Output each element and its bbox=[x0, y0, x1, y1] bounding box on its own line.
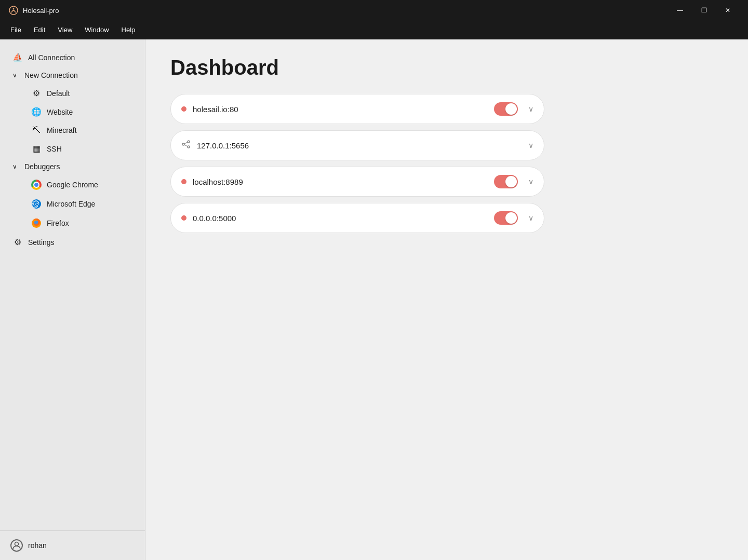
svg-line-9 bbox=[184, 142, 188, 144]
sidebar-item-minecraft[interactable]: ⛏ Minecraft bbox=[4, 121, 141, 139]
menu-view[interactable]: View bbox=[51, 24, 78, 36]
menu-file[interactable]: File bbox=[4, 24, 28, 36]
sidebar-user[interactable]: rohan bbox=[0, 530, 145, 560]
firefox-label: Firefox bbox=[47, 219, 69, 227]
sidebar-nav: ⛵ All Connection ∨ New Connection ⚙ Defa… bbox=[0, 39, 145, 530]
sidebar-item-debuggers[interactable]: ∨ Debuggers bbox=[4, 158, 141, 175]
svg-point-6 bbox=[188, 141, 190, 143]
main-content: Dashboard holesail.io:80 ∨ bbox=[145, 39, 748, 560]
connection-status-dot-3 bbox=[181, 179, 186, 184]
minecraft-label: Minecraft bbox=[47, 126, 77, 134]
chevron-down-icon-2: ∨ bbox=[12, 163, 17, 170]
connection-status-dot-1 bbox=[181, 106, 186, 112]
firefox-icon bbox=[31, 218, 42, 228]
connection-card-1[interactable]: holesail.io:80 ∨ bbox=[170, 94, 544, 124]
svg-point-8 bbox=[188, 146, 190, 148]
toggle-knob-4 bbox=[505, 212, 517, 224]
chrome-label: Google Chrome bbox=[47, 181, 98, 189]
chevron-icon-3[interactable]: ∨ bbox=[528, 177, 533, 186]
connection-toggle-4[interactable] bbox=[494, 211, 518, 225]
svg-point-1 bbox=[13, 8, 15, 10]
menu-bar: File Edit View Window Help bbox=[0, 21, 748, 39]
app-title: Holesail-pro bbox=[23, 7, 59, 15]
boat-icon: ⛵ bbox=[12, 52, 23, 62]
sidebar-item-firefox[interactable]: Firefox bbox=[4, 214, 141, 233]
menu-help[interactable]: Help bbox=[115, 24, 142, 36]
connection-label-2: 127.0.0.1:5656 bbox=[197, 141, 518, 150]
user-name: rohan bbox=[28, 541, 47, 550]
window-controls: — ❐ ✕ bbox=[668, 2, 740, 19]
sidebar-item-all-connection[interactable]: ⛵ All Connection bbox=[4, 48, 141, 66]
svg-point-7 bbox=[182, 143, 184, 145]
chevron-icon-4[interactable]: ∨ bbox=[528, 214, 533, 222]
connection-status-dot-4 bbox=[181, 215, 186, 221]
menu-window[interactable]: Window bbox=[78, 24, 115, 36]
edge-icon bbox=[31, 199, 42, 209]
globe-icon: 🌐 bbox=[31, 107, 42, 117]
chevron-icon-1[interactable]: ∨ bbox=[528, 105, 533, 113]
menu-edit[interactable]: Edit bbox=[28, 24, 51, 36]
minimize-button[interactable]: — bbox=[668, 2, 692, 19]
connection-label-4: 0.0.0.0:5000 bbox=[193, 214, 488, 223]
maximize-button[interactable]: ❐ bbox=[692, 2, 716, 19]
svg-point-5 bbox=[15, 542, 19, 546]
website-label: Website bbox=[47, 108, 73, 116]
connection-label-1: holesail.io:80 bbox=[193, 105, 488, 114]
sidebar-item-new-connection[interactable]: ∨ New Connection bbox=[4, 67, 141, 84]
new-connection-label: New Connection bbox=[24, 71, 78, 79]
connection-toggle-1[interactable] bbox=[494, 102, 518, 116]
sidebar-item-default[interactable]: ⚙ Default bbox=[4, 84, 141, 102]
debuggers-label: Debuggers bbox=[24, 162, 60, 171]
connection-card-2[interactable]: 127.0.0.1:5656 ∨ bbox=[170, 130, 544, 160]
sidebar-item-settings[interactable]: ⚙ Settings bbox=[4, 233, 141, 251]
chevron-down-icon: ∨ bbox=[12, 72, 17, 79]
app-logo-icon bbox=[8, 5, 19, 16]
connection-card-4[interactable]: 0.0.0.0:5000 ∨ bbox=[170, 203, 544, 233]
page-title: Dashboard bbox=[170, 56, 723, 79]
chevron-icon-2[interactable]: ∨ bbox=[528, 141, 533, 149]
ssh-label: SSH bbox=[47, 145, 62, 153]
title-bar-left: Holesail-pro bbox=[8, 5, 59, 16]
title-bar: Holesail-pro — ❐ ✕ bbox=[0, 0, 748, 21]
connection-label-3: localhost:8989 bbox=[193, 177, 488, 186]
user-avatar bbox=[10, 539, 23, 552]
share-icon-2 bbox=[181, 140, 191, 151]
toggle-knob-1 bbox=[505, 103, 517, 115]
svg-line-10 bbox=[184, 145, 188, 146]
all-connection-label: All Connection bbox=[28, 53, 75, 62]
connection-toggle-3[interactable] bbox=[494, 175, 518, 188]
sidebar-item-website[interactable]: 🌐 Website bbox=[4, 103, 141, 121]
terminal-icon: ▦ bbox=[31, 144, 42, 154]
toggle-knob-3 bbox=[505, 176, 517, 187]
sidebar: ⛵ All Connection ∨ New Connection ⚙ Defa… bbox=[0, 39, 145, 560]
edge-label: Microsoft Edge bbox=[47, 200, 95, 208]
sidebar-item-chrome[interactable]: Google Chrome bbox=[4, 175, 141, 194]
settings-label: Settings bbox=[28, 238, 55, 247]
settings-gear-icon: ⚙ bbox=[12, 237, 23, 247]
default-label: Default bbox=[47, 89, 70, 98]
connection-list: holesail.io:80 ∨ 127.0.0.1:5 bbox=[170, 94, 544, 233]
gear-icon: ⚙ bbox=[31, 88, 42, 98]
pickaxe-icon: ⛏ bbox=[31, 126, 42, 135]
chrome-icon bbox=[31, 180, 42, 190]
sidebar-item-edge[interactable]: Microsoft Edge bbox=[4, 195, 141, 213]
sidebar-item-ssh[interactable]: ▦ SSH bbox=[4, 140, 141, 158]
app-body: ⛵ All Connection ∨ New Connection ⚙ Defa… bbox=[0, 39, 748, 560]
connection-card-3[interactable]: localhost:8989 ∨ bbox=[170, 167, 544, 197]
close-button[interactable]: ✕ bbox=[716, 2, 740, 19]
